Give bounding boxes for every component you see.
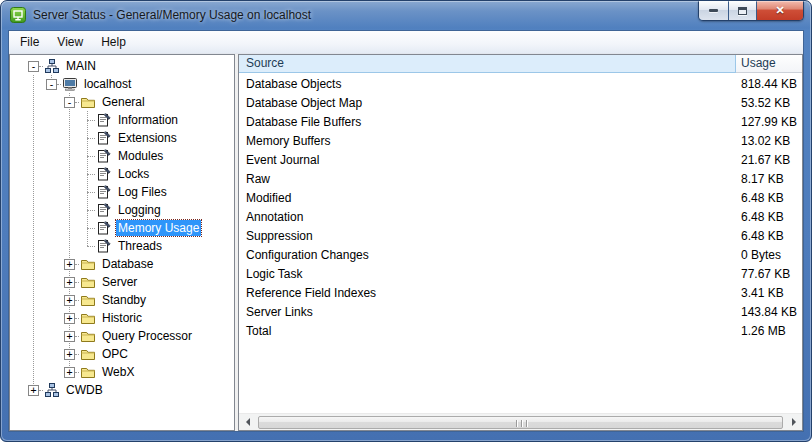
- maximize-icon: [738, 7, 747, 15]
- tree-item-standby[interactable]: + Standby: [10, 291, 234, 309]
- expand-icon[interactable]: +: [64, 295, 75, 306]
- expand-icon[interactable]: +: [64, 277, 75, 288]
- source-cell: Raw: [239, 170, 736, 189]
- tree-item-localhost[interactable]: - localhost: [10, 75, 234, 93]
- tree-item-label: WebX: [100, 364, 136, 380]
- tree-item-label: localhost: [82, 76, 133, 92]
- window-title: Server Status - General/Memory Usage on …: [33, 1, 311, 29]
- table-row[interactable]: Server Links143.84 KB: [239, 303, 802, 322]
- notes-icon: [96, 238, 112, 254]
- column-header-source[interactable]: Source: [239, 55, 736, 73]
- expand-icon[interactable]: +: [64, 349, 75, 360]
- expand-icon[interactable]: +: [28, 385, 39, 396]
- table-row[interactable]: Database File Buffers127.99 KB: [239, 113, 802, 132]
- tree-item-memory-usage[interactable]: Memory Usage: [10, 219, 234, 237]
- usage-cell: 127.99 KB: [736, 113, 802, 132]
- usage-cell: 13.02 KB: [736, 132, 802, 151]
- tree-item-threads[interactable]: Threads: [10, 237, 234, 255]
- folder-icon: [80, 364, 96, 380]
- expand-icon[interactable]: +: [64, 313, 75, 324]
- tree-item-label: Database: [100, 256, 155, 272]
- menu-help[interactable]: Help: [92, 31, 135, 53]
- tree-item-locks[interactable]: Locks: [10, 165, 234, 183]
- collapse-icon[interactable]: -: [28, 61, 39, 72]
- tree-item-webx[interactable]: + WebX: [10, 363, 234, 381]
- tree-item-cwdb[interactable]: + CWDB: [10, 381, 234, 399]
- tree-item-database[interactable]: + Database: [10, 255, 234, 273]
- horizontal-scrollbar[interactable]: [239, 413, 802, 430]
- table-row[interactable]: Raw8.17 KB: [239, 170, 802, 189]
- tree-item-label: Threads: [116, 238, 164, 254]
- tree-item-label: Locks: [116, 166, 151, 182]
- scroll-left-button[interactable]: [239, 414, 256, 431]
- table-row[interactable]: Logic Task77.67 KB: [239, 265, 802, 284]
- tree-item-historic[interactable]: + Historic: [10, 309, 234, 327]
- table-row[interactable]: Memory Buffers13.02 KB: [239, 132, 802, 151]
- menu-file[interactable]: File: [11, 31, 48, 53]
- source-cell: Event Journal: [239, 151, 736, 170]
- tree-item-opc[interactable]: + OPC: [10, 345, 234, 363]
- usage-cell: 8.17 KB: [736, 170, 802, 189]
- usage-cell: 6.48 KB: [736, 208, 802, 227]
- table-row[interactable]: Event Journal21.67 KB: [239, 151, 802, 170]
- tree-item-general[interactable]: - General: [10, 93, 234, 111]
- folder-icon: [80, 346, 96, 362]
- usage-cell: 21.67 KB: [736, 151, 802, 170]
- table-row[interactable]: Total1.26 MB: [239, 322, 802, 341]
- usage-cell: 818.44 KB: [736, 75, 802, 94]
- tree-item-server[interactable]: + Server: [10, 273, 234, 291]
- folder-icon: [80, 310, 96, 326]
- usage-list-panel: Source Usage Database Objects818.44 KB D…: [238, 54, 803, 431]
- expand-icon[interactable]: +: [64, 331, 75, 342]
- table-row[interactable]: Reference Field Indexes3.41 KB: [239, 284, 802, 303]
- tree-item-extensions[interactable]: Extensions: [10, 129, 234, 147]
- tree-item-label: Logging: [116, 202, 163, 218]
- collapse-icon[interactable]: -: [64, 97, 75, 108]
- collapse-icon[interactable]: -: [46, 79, 57, 90]
- network-icon: [44, 382, 60, 398]
- tree-item-main[interactable]: - MAIN: [10, 57, 234, 75]
- tree-item-label: Modules: [116, 148, 165, 164]
- usage-cell: 3.41 KB: [736, 284, 802, 303]
- tree-item-label: Query Processor: [100, 328, 194, 344]
- tree-item-information[interactable]: Information: [10, 111, 234, 129]
- tree-item-label: Extensions: [116, 130, 179, 146]
- scroll-right-button[interactable]: [785, 414, 802, 431]
- tree-item-label: OPC: [100, 346, 130, 362]
- table-row[interactable]: Suppression6.48 KB: [239, 227, 802, 246]
- table-row[interactable]: Annotation6.48 KB: [239, 208, 802, 227]
- source-cell: Configuration Changes: [239, 246, 736, 265]
- notes-icon: [96, 166, 112, 182]
- expand-icon[interactable]: +: [64, 367, 75, 378]
- network-icon: [44, 58, 60, 74]
- column-header-usage[interactable]: Usage: [736, 55, 802, 72]
- tree-item-log-files[interactable]: Log Files: [10, 183, 234, 201]
- maximize-button[interactable]: [729, 1, 757, 20]
- tree-item-query-processor[interactable]: + Query Processor: [10, 327, 234, 345]
- close-button[interactable]: ✕: [757, 1, 803, 20]
- usage-cell: 0 Bytes: [736, 246, 802, 265]
- table-row[interactable]: Database Objects818.44 KB: [239, 75, 802, 94]
- table-row[interactable]: Configuration Changes0 Bytes: [239, 246, 802, 265]
- folder-icon: [80, 256, 96, 272]
- folder-icon: [80, 328, 96, 344]
- titlebar[interactable]: Server Status - General/Memory Usage on …: [1, 1, 811, 30]
- server-tree-panel: - MAIN - localhost - General In: [9, 54, 235, 431]
- notes-icon: [96, 184, 112, 200]
- minimize-button[interactable]: [699, 1, 729, 20]
- tree-item-logging[interactable]: Logging: [10, 201, 234, 219]
- notes-icon: [96, 130, 112, 146]
- source-cell: Modified: [239, 189, 736, 208]
- app-window: Server Status - General/Memory Usage on …: [0, 0, 812, 442]
- expand-icon[interactable]: +: [64, 259, 75, 270]
- tree-item-label: Historic: [100, 310, 144, 326]
- table-row[interactable]: Modified6.48 KB: [239, 189, 802, 208]
- tree-item-modules[interactable]: Modules: [10, 147, 234, 165]
- app-icon: [10, 7, 26, 23]
- menubar: File View Help: [9, 31, 803, 54]
- table-row[interactable]: Database Object Map53.52 KB: [239, 94, 802, 113]
- usage-cell: 6.48 KB: [736, 227, 802, 246]
- menu-view[interactable]: View: [48, 31, 92, 53]
- scrollbar-thumb[interactable]: [258, 416, 783, 429]
- computer-icon: [62, 76, 78, 92]
